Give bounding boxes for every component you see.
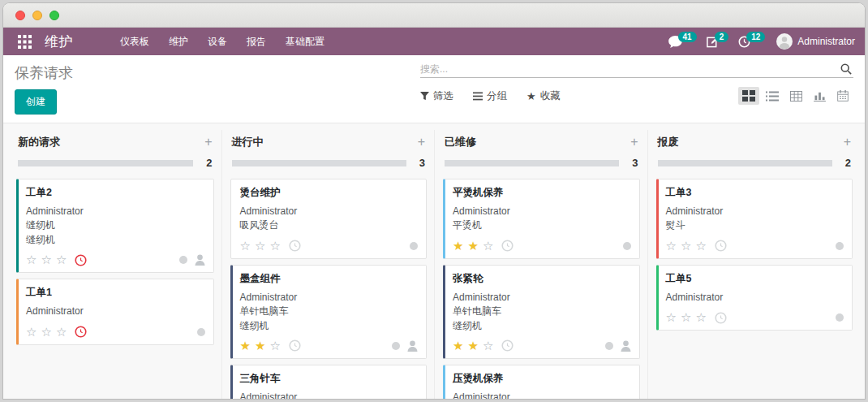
kanban-card[interactable]: 三角针车 Administrator三角针车 ★★☆ [230,365,428,399]
search-icon[interactable] [839,63,853,75]
priority-star-icon[interactable]: ★ [240,339,251,352]
column-header: 报废 + [656,130,853,157]
maximize-window-button[interactable] [49,11,59,20]
column-title[interactable]: 进行中 [232,135,264,149]
column-progressbar[interactable] [232,160,406,166]
activity-dot [392,342,400,350]
card-line: 单针电脑车 [240,305,419,318]
priority-star-icon[interactable]: ☆ [483,239,493,253]
view-kanban-button[interactable] [738,87,759,105]
note-tray-button[interactable]: 2 [707,36,729,48]
view-pivot-button[interactable] [785,87,806,105]
priority-star-icon[interactable]: ☆ [269,339,280,352]
activity-clock-icon[interactable] [75,254,87,266]
priority-star-icon[interactable]: ☆ [681,310,691,324]
menu-item-2[interactable]: 设备 [198,28,237,56]
kanban-column: 新的请求 + 2 工单2 Administrator缝纫机缝纫机 ☆☆☆ 工单1… [8,130,221,399]
column-add-icon[interactable]: + [418,136,425,149]
kanban-card[interactable]: 工单1 Administrator ☆☆☆ [16,279,214,344]
column-progressbar[interactable] [658,160,832,166]
priority-star-icon[interactable]: ☆ [681,239,691,253]
card-trailing-icons [836,242,844,250]
assign-person-icon[interactable] [407,340,418,352]
kanban-card[interactable]: 墨盒组件 Administrator单针电脑车缝纫机 ★★☆ [230,265,428,359]
priority-star-icon[interactable]: ☆ [56,325,67,339]
priority-star-icon[interactable]: ★ [453,339,463,352]
priority-star-icon[interactable]: ☆ [41,325,51,339]
card-footer: ★★☆ [240,339,419,353]
priority-star-icon[interactable]: ☆ [240,239,251,253]
priority-star-icon[interactable]: ☆ [56,253,67,266]
column-title[interactable]: 报废 [658,135,679,149]
column-add-icon[interactable]: + [204,136,212,149]
kanban-card[interactable]: 平烫机保养 Administrator平烫机 ★★☆ [443,179,640,259]
kanban-card[interactable]: 张紧轮 Administrator单针电脑车缝纫机 ★★☆ [443,265,640,359]
activity-clock-icon[interactable] [501,339,513,352]
favorite-star-icon: ★ [526,90,536,102]
card-trailing-icons [623,242,631,250]
view-graph-button[interactable] [809,87,830,105]
user-menu[interactable]: Administrator [776,33,855,50]
app-name[interactable]: 维护 [45,32,73,51]
menu-item-3[interactable]: 报告 [237,28,276,56]
filter-button[interactable]: 筛选 [420,89,453,103]
menu-item-1[interactable]: 维护 [159,28,198,56]
card-line: 缝纫机 [26,218,205,232]
minimize-window-button[interactable] [32,11,42,20]
priority-star-icon[interactable]: ☆ [255,239,265,253]
activity-clock-icon[interactable] [289,339,301,352]
view-list-icon [766,91,779,102]
kanban-card[interactable]: 工单2 Administrator缝纫机缝纫机 ☆☆☆ [16,179,214,273]
priority-star-icon[interactable]: ☆ [269,239,280,253]
card-line: 单针电脑车 [453,305,631,318]
activity-clock-tray-button[interactable]: 12 [738,36,765,48]
priority-star-icon[interactable]: ☆ [41,253,51,266]
apps-menu-button[interactable] [13,32,37,52]
column-header: 已维修 + [443,130,640,157]
column-title[interactable]: 已维修 [445,135,476,149]
priority-star-icon[interactable]: ☆ [695,239,706,253]
priority-star-icon[interactable]: ☆ [666,239,677,253]
search-input[interactable] [420,63,839,75]
activity-clock-icon[interactable] [715,240,727,252]
column-add-icon[interactable]: + [630,136,638,149]
priority-star-icon[interactable]: ☆ [666,310,677,324]
chat-tray-button[interactable]: 41 [668,36,697,48]
group-button[interactable]: 分组 [473,89,507,103]
favorite-star-button[interactable]: ★ 收藏 [526,89,561,103]
menu-item-0[interactable]: 仪表板 [110,28,159,56]
view-calendar-button[interactable] [832,87,853,105]
priority-star-icon[interactable]: ☆ [483,339,493,352]
column-progressbar[interactable] [18,160,193,166]
search-bar [420,63,853,78]
kanban-card[interactable]: 压烫机保养 Administrator压烫机 ★★☆ [443,365,640,399]
card-title: 三角针车 [240,372,419,386]
create-button[interactable]: 创建 [15,89,57,115]
assign-person-icon[interactable] [621,340,631,352]
activity-clock-icon[interactable] [75,326,87,338]
column-progress: 2 [658,157,852,169]
priority-star-icon[interactable]: ☆ [26,253,37,266]
priority-star-icon[interactable]: ★ [467,339,478,352]
close-window-button[interactable] [15,11,25,20]
card-line: 熨斗 [666,218,844,232]
priority-star-icon[interactable]: ☆ [695,310,706,324]
column-add-icon[interactable]: + [844,136,851,149]
column-progressbar[interactable] [445,160,619,166]
activity-clock-icon[interactable] [715,312,727,324]
column-title[interactable]: 新的请求 [18,135,60,149]
kanban-column: 进行中 + 3 烫台维护 Administrator吸风烫台 ☆☆☆ 墨盒组件 … [221,130,435,399]
kanban-card[interactable]: 工单5 Administrator ☆☆☆ [656,265,853,331]
view-list-button[interactable] [762,87,783,105]
activity-clock-icon[interactable] [501,240,513,252]
kanban-card[interactable]: 工单3 Administrator熨斗 ☆☆☆ [656,179,853,259]
kanban-card[interactable]: 烫台维护 Administrator吸风烫台 ☆☆☆ [230,179,428,259]
menu-item-4[interactable]: 基础配置 [276,28,334,56]
user-name: Administrator [797,36,855,47]
priority-star-icon[interactable]: ★ [453,239,463,253]
activity-clock-icon[interactable] [289,240,301,252]
assign-person-icon[interactable] [195,254,205,266]
priority-star-icon[interactable]: ★ [467,239,478,253]
priority-star-icon[interactable]: ★ [255,339,265,352]
priority-star-icon[interactable]: ☆ [26,325,37,339]
